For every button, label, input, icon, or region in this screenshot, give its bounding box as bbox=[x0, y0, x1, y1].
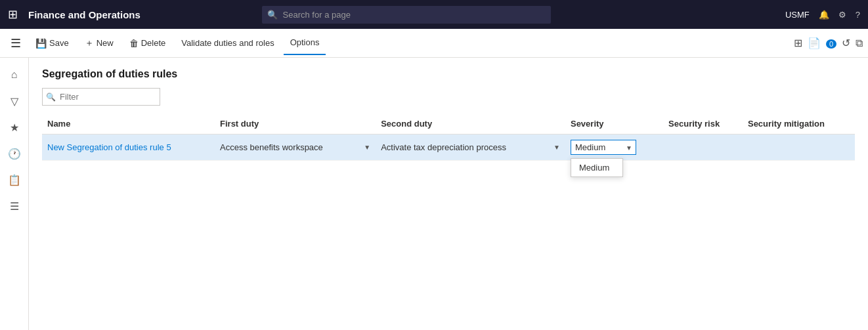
help-icon[interactable]: ? bbox=[856, 10, 860, 20]
first-duty-value: Access benefits workspace bbox=[220, 142, 323, 152]
cell-security-mitigation bbox=[743, 134, 855, 161]
table-row[interactable]: New Segregation of duties rule 5 Access … bbox=[42, 134, 855, 161]
severity-dropdown-popup: Medium bbox=[571, 158, 623, 177]
refresh-icon[interactable]: ↺ bbox=[842, 37, 850, 49]
new-button[interactable]: ＋ New bbox=[78, 33, 120, 54]
search-icon: 🔍 bbox=[267, 10, 278, 20]
bookmark-icon[interactable]: 📄 bbox=[808, 37, 821, 49]
sidebar-modules-icon[interactable]: ☰ bbox=[3, 194, 26, 218]
col-security-risk: Security risk bbox=[663, 113, 743, 134]
col-severity: Severity bbox=[565, 113, 663, 134]
cell-name: New Segregation of duties rule 5 bbox=[42, 134, 215, 161]
name-link[interactable]: New Segregation of duties rule 5 bbox=[47, 142, 171, 152]
sidebar-workspaces-icon[interactable]: 📋 bbox=[3, 168, 26, 192]
sidebar-home-icon[interactable]: ⌂ bbox=[3, 63, 26, 87]
save-label: Save bbox=[49, 38, 69, 48]
col-second-duty: Second duty bbox=[376, 113, 565, 134]
secondary-toolbar: ☰ 💾 Save ＋ New 🗑 Delete Validate duties … bbox=[0, 29, 868, 58]
validate-button[interactable]: Validate duties and roles bbox=[175, 33, 280, 54]
col-name: Name bbox=[42, 113, 215, 134]
second-duty-value: Activate tax depreciation process bbox=[381, 142, 506, 152]
page-title: Segregation of duties rules bbox=[42, 68, 855, 80]
app-grid-icon[interactable]: ⊞ bbox=[8, 7, 18, 22]
severity-popup-medium[interactable]: Medium bbox=[571, 159, 622, 176]
filter-input[interactable] bbox=[42, 88, 160, 106]
save-icon: 💾 bbox=[35, 38, 47, 49]
content-area: Segregation of duties rules 🔍 Name First… bbox=[29, 58, 868, 330]
duties-table: Name First duty Second duty Severity Sec… bbox=[42, 113, 855, 161]
main-layout: ⌂ ▽ ★ 🕐 📋 ☰ Segregation of duties rules … bbox=[0, 58, 868, 330]
sidebar-favorites-icon[interactable]: ★ bbox=[3, 115, 26, 139]
filter-search-icon: 🔍 bbox=[46, 93, 56, 102]
top-navigation: ⊞ Finance and Operations 🔍 USMF 🔔 ⚙ ? bbox=[0, 0, 868, 29]
sidebar-recent-icon[interactable]: 🕐 bbox=[3, 142, 26, 165]
expand-icon[interactable]: ⧉ bbox=[856, 37, 863, 49]
options-tab[interactable]: Options bbox=[284, 31, 326, 55]
delete-icon: 🗑 bbox=[129, 38, 139, 49]
settings-icon[interactable]: ⚙ bbox=[838, 10, 846, 20]
cell-security-risk bbox=[663, 134, 743, 161]
sidebar-filter-icon[interactable]: ▽ bbox=[3, 89, 26, 113]
save-button[interactable]: 💾 Save bbox=[29, 33, 76, 54]
new-icon: ＋ bbox=[85, 37, 94, 49]
col-security-mitigation: Security mitigation bbox=[743, 113, 855, 134]
user-label: USMF bbox=[785, 10, 810, 20]
badge-icon[interactable]: 0 bbox=[826, 37, 836, 49]
options-label: Options bbox=[290, 37, 320, 47]
app-title: Finance and Operations bbox=[28, 9, 141, 20]
toolbar-right-actions: ⊞ 📄 0 ↺ ⧉ bbox=[794, 37, 863, 49]
second-duty-chevron-icon: ▼ bbox=[553, 144, 560, 151]
severity-select[interactable]: Medium bbox=[571, 140, 636, 155]
validate-label: Validate duties and roles bbox=[181, 38, 274, 48]
delete-button[interactable]: 🗑 Delete bbox=[123, 33, 173, 54]
menu-toggle-icon[interactable]: ☰ bbox=[5, 33, 26, 53]
filter-bar: 🔍 bbox=[42, 88, 855, 106]
filter-input-wrap: 🔍 bbox=[42, 88, 160, 106]
delete-label: Delete bbox=[141, 38, 166, 48]
cell-first-duty: Access benefits workspace ▼ bbox=[215, 134, 376, 161]
left-sidebar: ⌂ ▽ ★ 🕐 📋 ☰ bbox=[0, 58, 29, 330]
cell-second-duty: Activate tax depreciation process ▼ bbox=[376, 134, 565, 161]
top-right-actions: USMF 🔔 ⚙ ? bbox=[785, 10, 860, 20]
severity-dropdown-cell: Medium ▼ Medium bbox=[571, 140, 658, 155]
cell-severity: Medium ▼ Medium bbox=[565, 134, 663, 161]
table-body: New Segregation of duties rule 5 Access … bbox=[42, 134, 855, 161]
notification-icon[interactable]: 🔔 bbox=[819, 10, 829, 20]
global-search-box: 🔍 bbox=[262, 6, 551, 24]
col-first-duty: First duty bbox=[215, 113, 376, 134]
first-duty-chevron-icon: ▼ bbox=[364, 144, 370, 151]
new-label: New bbox=[97, 38, 114, 48]
filter-icon[interactable]: ⊞ bbox=[794, 37, 802, 49]
global-search-input[interactable] bbox=[262, 6, 551, 24]
table-header: Name First duty Second duty Severity Sec… bbox=[42, 113, 855, 134]
